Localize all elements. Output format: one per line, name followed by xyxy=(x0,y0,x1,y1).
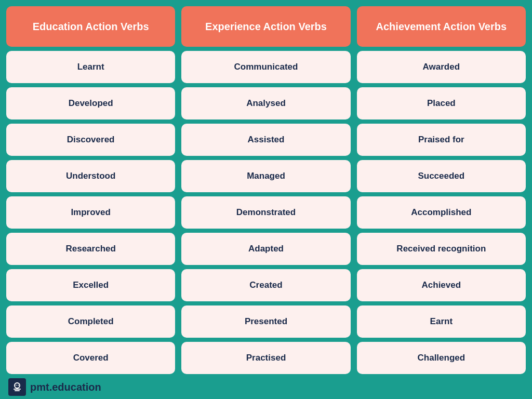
header-label-achievement: Achievement Action Verbs xyxy=(376,20,507,33)
verb-card-experience-6: Created xyxy=(181,269,350,301)
verb-card-experience-5: Adapted xyxy=(181,233,350,265)
verb-label-experience-3: Managed xyxy=(247,171,285,181)
header-label-experience: Experience Action Verbs xyxy=(205,20,327,33)
svg-rect-4 xyxy=(15,390,20,391)
column-education: Education Action VerbsLearntDevelopedDis… xyxy=(6,6,175,374)
verb-card-achievement-3: Succeeded xyxy=(357,160,526,192)
verb-card-education-1: Developed xyxy=(6,87,175,119)
svg-point-0 xyxy=(15,383,20,388)
verb-label-education-6: Excelled xyxy=(73,280,109,290)
header-experience: Experience Action Verbs xyxy=(181,6,350,47)
column-experience: Experience Action VerbsCommunicatedAnaly… xyxy=(181,6,350,374)
verb-card-education-4: Improved xyxy=(6,196,175,229)
verb-label-education-2: Discovered xyxy=(67,135,115,145)
verb-card-achievement-4: Accomplished xyxy=(357,196,526,229)
verb-label-education-1: Developed xyxy=(69,98,113,109)
verb-card-achievement-8: Challenged xyxy=(357,342,526,374)
verb-label-education-7: Completed xyxy=(68,316,114,327)
verb-card-experience-8: Practised xyxy=(181,342,350,374)
verb-grid: Education Action VerbsLearntDevelopedDis… xyxy=(6,6,526,374)
verb-card-education-2: Discovered xyxy=(6,124,175,156)
svg-rect-3 xyxy=(14,389,21,390)
verb-label-achievement-1: Placed xyxy=(427,98,456,109)
verb-label-experience-0: Communicated xyxy=(234,62,298,72)
verb-label-experience-8: Practised xyxy=(246,353,286,363)
verb-label-education-5: Researched xyxy=(65,244,115,254)
svg-point-2 xyxy=(18,385,19,386)
verb-label-experience-1: Analysed xyxy=(246,98,286,109)
verb-card-experience-4: Demonstrated xyxy=(181,196,350,229)
verb-label-education-3: Understood xyxy=(66,171,115,181)
header-achievement: Achievement Action Verbs xyxy=(357,6,526,47)
brand-icon xyxy=(8,378,26,396)
verb-label-achievement-0: Awarded xyxy=(423,62,460,72)
verb-card-education-6: Excelled xyxy=(6,269,175,301)
verb-label-achievement-7: Earnt xyxy=(430,316,453,327)
verb-card-experience-1: Analysed xyxy=(181,87,350,119)
footer: pmt.education xyxy=(6,374,526,397)
verb-card-achievement-0: Awarded xyxy=(357,51,526,83)
verb-card-education-5: Researched xyxy=(6,233,175,265)
verb-label-achievement-3: Succeeded xyxy=(418,171,464,181)
verb-label-education-8: Covered xyxy=(73,353,109,363)
verb-label-experience-6: Created xyxy=(249,280,282,290)
verb-label-achievement-5: Received recognition xyxy=(396,244,486,254)
verb-card-education-7: Completed xyxy=(6,305,175,338)
brand-name: pmt.education xyxy=(30,381,101,393)
svg-point-1 xyxy=(16,385,17,386)
verb-card-achievement-7: Earnt xyxy=(357,305,526,338)
header-label-education: Education Action Verbs xyxy=(33,20,149,33)
verb-label-education-0: Learnt xyxy=(77,62,104,72)
verb-card-education-8: Covered xyxy=(6,342,175,374)
verb-label-experience-2: Assisted xyxy=(248,135,285,145)
verb-card-experience-2: Assisted xyxy=(181,124,350,156)
verb-label-achievement-4: Accomplished xyxy=(411,207,471,218)
verb-card-achievement-1: Placed xyxy=(357,87,526,119)
verb-card-education-0: Learnt xyxy=(6,51,175,83)
verb-label-experience-7: Presented xyxy=(245,316,287,327)
verb-card-experience-7: Presented xyxy=(181,305,350,338)
verb-card-experience-0: Communicated xyxy=(181,51,350,83)
verb-label-achievement-6: Achieved xyxy=(422,280,461,290)
verb-card-achievement-2: Praised for xyxy=(357,124,526,156)
verb-card-education-3: Understood xyxy=(6,160,175,192)
verb-label-experience-5: Adapted xyxy=(248,244,284,254)
brand-logo: pmt.education xyxy=(8,378,101,396)
verb-card-achievement-5: Received recognition xyxy=(357,233,526,265)
verb-card-achievement-6: Achieved xyxy=(357,269,526,301)
verb-card-experience-3: Managed xyxy=(181,160,350,192)
verb-label-achievement-8: Challenged xyxy=(418,353,466,363)
verb-label-achievement-2: Praised for xyxy=(418,135,464,145)
verb-label-experience-4: Demonstrated xyxy=(236,207,296,218)
header-education: Education Action Verbs xyxy=(6,6,175,47)
column-achievement: Achievement Action VerbsAwardedPlacedPra… xyxy=(357,6,526,374)
verb-label-education-4: Improved xyxy=(71,207,111,218)
